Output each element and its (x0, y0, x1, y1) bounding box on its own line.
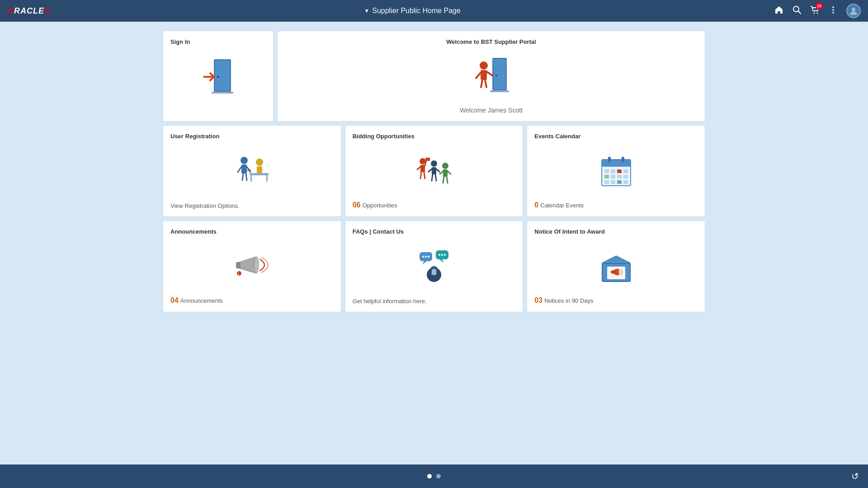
svg-point-72 (237, 271, 241, 276)
svg-rect-57 (622, 157, 624, 162)
user-registration-icon (170, 149, 334, 194)
bidding-card[interactable]: Bidding Opportunities (345, 125, 524, 217)
notice-icon (534, 244, 698, 289)
page-dot-2[interactable] (436, 474, 441, 479)
svg-rect-64 (617, 175, 622, 178)
svg-point-70 (254, 257, 259, 273)
svg-rect-30 (257, 166, 262, 174)
page-title-area: ▼ Supplier Public Home Page (364, 7, 461, 15)
user-registration-title: User Registration (170, 133, 334, 140)
bidding-icon (353, 149, 516, 194)
svg-rect-63 (611, 175, 615, 178)
svg-rect-18 (481, 70, 487, 80)
mid-row: User Registration (163, 125, 705, 217)
refresh-button[interactable]: ↺ (851, 471, 859, 482)
svg-point-83 (439, 254, 440, 256)
notice-stat: 03 Notices in 90 Days (534, 293, 698, 305)
events-title: Events Calendar (534, 133, 698, 140)
svg-line-40 (424, 172, 425, 178)
svg-rect-24 (241, 164, 247, 174)
svg-line-37 (417, 167, 420, 169)
events-count: 0 (534, 201, 538, 209)
bidding-title: Bidding Opportunities (353, 133, 516, 140)
svg-point-48 (442, 163, 448, 169)
notice-card[interactable]: Notice Of Intent to Award (527, 221, 705, 312)
faqs-card[interactable]: FAQs | Contact Us (345, 221, 524, 312)
faqs-icon (353, 244, 516, 289)
svg-point-79 (422, 256, 424, 258)
svg-line-20 (487, 72, 492, 75)
user-registration-card[interactable]: User Registration (163, 125, 341, 217)
svg-rect-55 (602, 160, 631, 167)
svg-text:!: ! (238, 272, 239, 276)
faqs-title: FAQs | Contact Us (353, 228, 516, 235)
svg-point-80 (425, 256, 427, 258)
svg-line-22 (485, 80, 486, 87)
svg-rect-68 (617, 180, 622, 184)
svg-rect-36 (420, 165, 425, 172)
top-navigation: ORACLE® ▼ Supplier Public Home Page 10 (0, 0, 868, 22)
svg-line-19 (476, 73, 481, 78)
cart-icon[interactable]: 10 (810, 5, 820, 17)
svg-line-25 (238, 167, 241, 172)
announcements-title: Announcements (170, 228, 334, 235)
svg-line-1 (798, 11, 801, 14)
home-icon[interactable] (774, 5, 784, 17)
welcome-greeting: Welcome James Scott (460, 107, 523, 114)
user-registration-stat: View Registration Options. (170, 199, 334, 209)
svg-line-39 (420, 172, 421, 178)
svg-point-17 (480, 61, 488, 70)
svg-rect-65 (623, 175, 628, 178)
avatar[interactable] (846, 4, 861, 18)
svg-point-85 (444, 254, 446, 256)
svg-rect-62 (604, 175, 609, 178)
welcome-card[interactable]: Welcome to BST Supplier Portal (277, 31, 705, 122)
svg-point-5 (832, 9, 834, 11)
pagination-area: ↺ (0, 474, 868, 479)
svg-rect-31 (250, 173, 269, 175)
welcome-icon (285, 54, 698, 99)
svg-rect-56 (608, 157, 611, 162)
svg-rect-71 (236, 262, 241, 268)
svg-line-52 (443, 177, 444, 183)
svg-line-51 (448, 171, 451, 174)
svg-line-28 (246, 174, 247, 180)
svg-point-4 (832, 6, 834, 8)
svg-rect-33 (266, 175, 268, 182)
announcements-card[interactable]: Announcements ! (163, 221, 341, 312)
svg-rect-32 (250, 175, 252, 182)
search-icon[interactable] (792, 5, 802, 17)
svg-point-7 (852, 8, 855, 11)
page-dot-1[interactable] (427, 474, 432, 479)
faqs-stat: Get helpful information here. (353, 294, 516, 305)
svg-point-29 (256, 159, 263, 166)
more-icon[interactable] (828, 5, 838, 17)
svg-point-10 (217, 75, 219, 78)
svg-point-89 (617, 268, 619, 276)
notice-title: Notice Of Intent to Award (534, 228, 698, 235)
svg-rect-16 (490, 90, 509, 92)
signin-card[interactable]: Sign In (163, 31, 274, 122)
main-content: Sign In Welcome to BST Supplier (0, 22, 868, 465)
svg-line-47 (435, 174, 436, 181)
page-title: Supplier Public Home Page (372, 7, 461, 15)
signin-title: Sign In (170, 38, 266, 45)
svg-point-3 (817, 12, 818, 14)
svg-rect-58 (604, 169, 609, 173)
notice-count: 03 (534, 296, 542, 305)
svg-rect-59 (611, 169, 615, 173)
events-calendar-card[interactable]: Events Calendar (527, 125, 705, 217)
svg-point-23 (241, 157, 248, 164)
svg-rect-41 (425, 158, 430, 161)
svg-line-21 (481, 80, 482, 87)
svg-point-75 (431, 269, 437, 275)
svg-rect-66 (604, 180, 609, 184)
bidding-stat: 06 Opportunities (353, 197, 516, 209)
svg-point-84 (441, 254, 443, 256)
svg-point-2 (814, 12, 815, 14)
events-stat-label: Calendar Events (540, 202, 584, 209)
caret-icon: ▼ (364, 8, 369, 14)
notice-stat-label: Notices in 90 Days (544, 297, 593, 304)
svg-line-44 (429, 169, 432, 172)
svg-point-6 (832, 12, 834, 14)
